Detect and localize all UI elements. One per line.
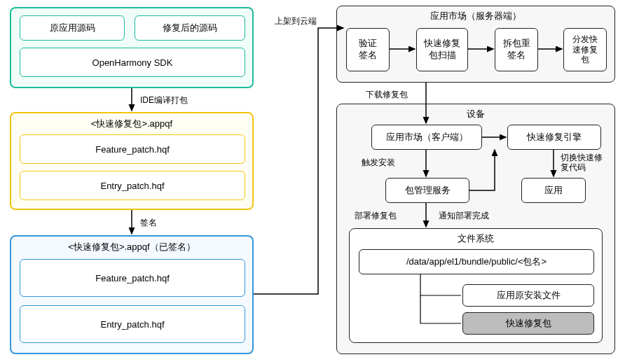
- qf-engine-box: 快速修复引擎: [507, 125, 601, 150]
- market-client-label: 应用市场（客户端）: [386, 131, 468, 144]
- fixed-source-box: 修复后的源码: [135, 15, 245, 41]
- verify-sig-label: 验证 签名: [359, 38, 377, 62]
- signed-title: <快速修复包>.appqf（已签名）: [10, 241, 254, 253]
- download-label: 下载修复包: [366, 89, 408, 101]
- sign-label: 签名: [140, 217, 157, 229]
- scan-label: 快速修复 包扫描: [424, 38, 460, 62]
- orig-source-box: 原应用源码: [20, 15, 125, 41]
- fixed-source-label: 修复后的源码: [163, 22, 217, 34]
- switch-code-label: 切换快速修 复代码: [561, 153, 603, 173]
- appqf-entry-label: Entry_patch.hqf: [100, 181, 164, 191]
- sdk-label: OpenHarmony SDK: [92, 57, 173, 68]
- resign-label: 拆包重 签名: [503, 38, 530, 62]
- distribute-box: 分发快 速修复 包: [563, 28, 607, 71]
- market-client-box: 应用市场（客户端）: [371, 125, 482, 150]
- fs-path-label: /data/app/el1/bundle/public/<包名>: [406, 255, 547, 268]
- orig-source-label: 原应用源码: [50, 22, 95, 34]
- fs-orig-label: 应用原安装文件: [497, 289, 561, 302]
- fs-title: 文件系统: [349, 232, 603, 245]
- signed-feature-box: Feature_patch.hqf: [20, 259, 245, 297]
- pkg-service-box: 包管理服务: [385, 178, 469, 203]
- sdk-box: OpenHarmony SDK: [20, 48, 245, 77]
- scan-box: 快速修复 包扫描: [416, 28, 468, 71]
- resign-box: 拆包重 签名: [495, 28, 538, 71]
- app-label: 应用: [544, 184, 563, 197]
- verify-sig-box: 验证 签名: [346, 28, 390, 71]
- server-title: 应用市场（服务器端）: [336, 10, 615, 22]
- app-box: 应用: [521, 178, 586, 203]
- signed-entry-box: Entry_patch.hqf: [20, 305, 245, 343]
- qf-engine-label: 快速修复引擎: [527, 131, 582, 144]
- fs-orig-box: 应用原安装文件: [462, 284, 594, 307]
- fs-path-box: /data/app/el1/bundle/public/<包名>: [359, 249, 594, 274]
- upload-label: 上架到云端: [275, 15, 317, 27]
- fs-qf-box: 快速修复包: [462, 312, 594, 335]
- deploy-label: 部署修复包: [355, 210, 397, 222]
- appqf-title: <快速修复包>.appqf: [10, 118, 254, 130]
- ide-compile-label: IDE编译打包: [140, 94, 188, 106]
- signed-entry-label: Entry_patch.hqf: [100, 319, 164, 330]
- distribute-label: 分发快 速修复 包: [572, 34, 598, 64]
- fs-qf-label: 快速修复包: [506, 317, 551, 330]
- signed-feature-label: Feature_patch.hqf: [95, 273, 170, 284]
- appqf-feature-label: Feature_patch.hqf: [95, 144, 170, 155]
- appqf-feature-box: Feature_patch.hqf: [20, 134, 245, 164]
- appqf-entry-box: Entry_patch.hqf: [20, 171, 245, 200]
- trigger-install-label: 触发安装: [362, 157, 395, 169]
- pkg-service-label: 包管理服务: [405, 184, 451, 197]
- notify-label: 通知部署完成: [439, 210, 489, 222]
- device-title: 设备: [336, 108, 615, 120]
